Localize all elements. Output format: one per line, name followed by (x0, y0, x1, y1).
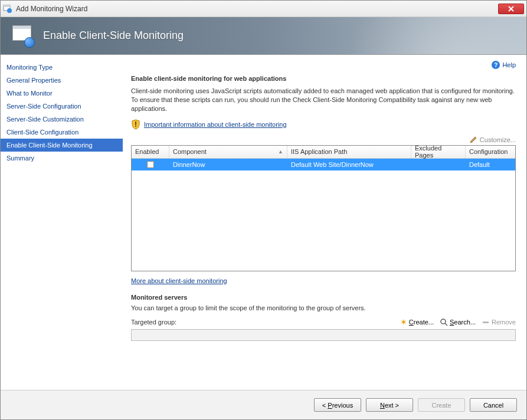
targeted-group-label: Targeted group: (131, 319, 176, 326)
section-description: Client-side monitoring uses JavaScript s… (131, 87, 516, 113)
header-banner: Enable Client-Side Monitoring (1, 17, 526, 55)
targeted-group-row: Targeted group: ✶ Create... Search... Re… (131, 317, 516, 327)
monitored-servers-heading: Monitored servers (131, 294, 516, 301)
column-header-excluded[interactable]: Excluded Pages (411, 146, 466, 158)
section-heading: Enable client-side monitoring for web ap… (131, 75, 516, 82)
monitored-servers-description: You can target a group to limit the scop… (131, 304, 516, 311)
customize-link[interactable]: Customize... (480, 136, 516, 143)
sidebar-item-enable-client-side-monitoring[interactable]: Enable Client-Side Monitoring (1, 139, 123, 152)
column-header-component[interactable]: Component ▲ (169, 146, 287, 158)
cell-enabled (132, 160, 169, 169)
svg-rect-4 (135, 126, 136, 127)
sort-ascending-icon: ▲ (278, 149, 283, 155)
enabled-checkbox[interactable] (147, 161, 154, 168)
table-body: DinnerNow Default Web Site/DinnerNow Def… (132, 159, 515, 170)
wizard-window: Add Monitoring Wizard Enable Client-Side… (0, 0, 527, 420)
content-area: ? Help Enable client-side monitoring for… (123, 55, 526, 390)
body: Monitoring Type General Properties What … (1, 55, 526, 390)
customize-row: Customize... (131, 136, 516, 144)
sidebar-item-server-side-customization[interactable]: Server-Side Customization (1, 113, 123, 126)
cell-excluded (411, 163, 466, 166)
sidebar-item-summary[interactable]: Summary (1, 152, 123, 165)
magnifier-icon (440, 318, 448, 326)
sidebar-item-client-side-configuration[interactable]: Client-Side Configuration (1, 126, 123, 139)
remove-icon (482, 318, 490, 326)
table-row[interactable]: DinnerNow Default Web Site/DinnerNow Def… (132, 159, 515, 170)
star-icon: ✶ (400, 317, 407, 327)
svg-point-5 (441, 319, 446, 324)
titlebar: Add Monitoring Wizard (1, 1, 526, 17)
next-label-tail: ext > (385, 402, 399, 409)
column-header-enabled[interactable]: Enabled (132, 146, 169, 158)
remove-label: Remove (492, 319, 516, 326)
shield-icon (131, 119, 140, 130)
column-header-iis-path[interactable]: IIS Application Path (287, 146, 411, 158)
next-button[interactable]: Next > (366, 398, 413, 412)
more-link-row: More about client-side monitoring (131, 277, 516, 284)
sidebar-item-server-side-configuration[interactable]: Server-Side Configuration (1, 100, 123, 113)
cell-configuration: Default (466, 160, 515, 169)
footer: < Previous Next > Create Cancel (1, 390, 526, 419)
create-button: Create (418, 398, 465, 412)
window-title: Add Monitoring Wizard (16, 5, 498, 13)
svg-rect-3 (135, 122, 136, 125)
previous-label-tail: revious (332, 402, 353, 409)
help-row: ? Help (131, 61, 516, 69)
create-group-action[interactable]: ✶ Create... (400, 317, 434, 327)
sidebar: Monitoring Type General Properties What … (1, 55, 123, 390)
important-info-link[interactable]: Important information about client-side … (144, 121, 287, 128)
column-header-component-label: Component (173, 148, 207, 155)
search-label-tail: earch... (454, 319, 476, 326)
targeted-actions: ✶ Create... Search... Remove (400, 317, 516, 327)
close-icon (508, 6, 514, 12)
svg-rect-1 (4, 5, 10, 7)
targeted-group-input[interactable] (131, 329, 516, 341)
help-icon: ? (492, 61, 500, 69)
sidebar-item-what-to-monitor[interactable]: What to Monitor (1, 87, 123, 100)
important-info-row: Important information about client-side … (131, 119, 516, 130)
table-header: Enabled Component ▲ IIS Application Path… (132, 146, 515, 159)
remove-group-action: Remove (482, 318, 516, 326)
app-icon (3, 4, 12, 14)
sidebar-item-general-properties[interactable]: General Properties (1, 74, 123, 87)
cancel-button[interactable]: Cancel (470, 398, 517, 412)
pencil-icon (469, 136, 477, 144)
header-title: Enable Client-Side Monitoring (43, 29, 184, 42)
cell-iis-path: Default Web Site/DinnerNow (287, 160, 411, 169)
components-table: Enabled Component ▲ IIS Application Path… (131, 145, 516, 271)
more-about-link[interactable]: More about client-side monitoring (131, 277, 227, 284)
help-link[interactable]: Help (502, 61, 516, 68)
column-header-configuration[interactable]: Configuration (466, 146, 515, 158)
header-icon (11, 24, 35, 48)
svg-point-2 (7, 8, 12, 13)
previous-button[interactable]: < Previous (314, 398, 361, 412)
close-button[interactable] (498, 4, 524, 14)
create-label-tail: reate... (414, 319, 434, 326)
svg-line-6 (445, 323, 447, 326)
search-group-action[interactable]: Search... (440, 318, 476, 326)
sidebar-item-monitoring-type[interactable]: Monitoring Type (1, 61, 123, 74)
svg-rect-7 (483, 321, 489, 323)
cell-component: DinnerNow (169, 160, 287, 169)
